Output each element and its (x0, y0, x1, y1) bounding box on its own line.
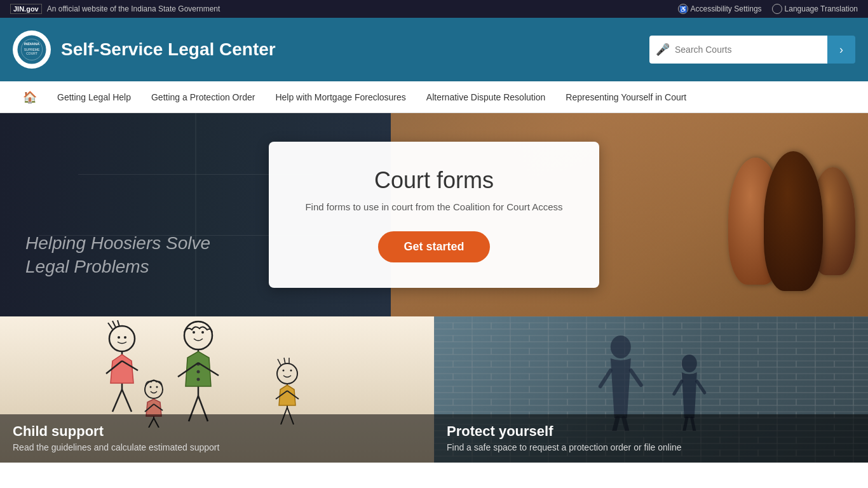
search-input[interactable] (675, 44, 821, 55)
hero-card: Court forms Find forms to use in court f… (269, 142, 599, 288)
hero-card-title: Court forms (301, 167, 567, 194)
top-bar-left: JIN.gov An official website of the India… (10, 4, 220, 14)
svg-point-9 (118, 336, 120, 339)
microphone-icon[interactable]: 🎤 (656, 43, 670, 57)
accessibility-icon: ♿ (678, 4, 688, 14)
child-support-title: Child support (13, 423, 421, 440)
svg-point-10 (124, 336, 126, 339)
language-translation-link[interactable]: Language Translation (772, 4, 858, 14)
protect-yourself-card[interactable]: Protect yourself Find a safe space to re… (434, 316, 868, 463)
svg-line-51 (600, 370, 611, 386)
language-label: Language Translation (785, 4, 858, 13)
official-text: An official website of the Indiana State… (47, 4, 220, 13)
main-nav: 🏠 Getting Legal Help Getting a Protectio… (0, 81, 868, 113)
svg-line-31 (284, 358, 285, 364)
stick-figures-area (0, 316, 434, 431)
nav-mortgage-foreclosures[interactable]: Help with Mortgage Foreclosures (265, 81, 416, 113)
svg-point-18 (201, 331, 204, 334)
accessibility-label: Accessibility Settings (691, 4, 762, 13)
logo-svg: INDIANA SUPREME COURT (16, 34, 48, 65)
nav-protection-order[interactable]: Getting a Protection Order (141, 81, 265, 113)
svg-point-38 (145, 381, 163, 398)
home-icon: 🏠 (23, 90, 37, 104)
svg-point-29 (290, 370, 292, 372)
protect-yourself-overlay: Protect yourself Find a safe space to re… (434, 414, 868, 463)
svg-point-22 (196, 378, 200, 381)
svg-line-52 (631, 370, 641, 385)
search-icon: › (839, 43, 843, 57)
nav-dispute-resolution[interactable]: Alternative Dispute Resolution (416, 81, 556, 113)
child-support-desc: Read the guidelines and calculate estima… (13, 442, 421, 452)
svg-line-56 (674, 381, 682, 394)
svg-text:INDIANA: INDIANA (24, 42, 40, 46)
search-button[interactable]: › (827, 36, 855, 64)
hero-tagline: Helping Hoosiers Solve Legal Problems (25, 232, 210, 278)
stick-figures-svg (58, 320, 376, 428)
svg-text:COURT: COURT (26, 51, 37, 55)
svg-point-5 (109, 326, 135, 351)
svg-point-55 (682, 355, 697, 372)
svg-point-16 (184, 322, 212, 349)
hero-card-subtitle: Find forms to use in court from the Coal… (301, 201, 567, 212)
feature-cards: Child support Read the guidelines and ca… (0, 316, 868, 463)
search-container: 🎤 › (649, 36, 855, 64)
svg-point-40 (156, 386, 158, 388)
svg-line-57 (697, 381, 705, 393)
svg-line-6 (108, 323, 112, 329)
svg-line-15 (122, 390, 132, 412)
svg-line-14 (112, 390, 122, 412)
svg-text:SUPREME: SUPREME (24, 48, 40, 51)
svg-point-21 (196, 370, 200, 374)
nav-getting-legal-help[interactable]: Getting Legal Help (47, 81, 141, 113)
jin-gov-logo: JIN.gov (10, 4, 42, 14)
svg-line-30 (278, 359, 281, 365)
svg-point-39 (149, 386, 151, 388)
nav-representing-yourself[interactable]: Representing Yourself in Court (555, 81, 696, 113)
nav-home[interactable]: 🏠 (13, 81, 47, 113)
protect-yourself-desc: Find a safe space to request a protectio… (447, 442, 855, 452)
svg-point-17 (193, 331, 195, 334)
svg-line-7 (112, 321, 116, 327)
top-bar: JIN.gov An official website of the India… (0, 0, 868, 18)
protect-yourself-title: Protect yourself (447, 423, 855, 440)
site-logo: INDIANA SUPREME COURT (13, 30, 51, 69)
accessibility-settings-link[interactable]: ♿ Accessibility Settings (678, 4, 762, 14)
globe-icon (772, 4, 782, 14)
child-support-overlay: Child support Read the guidelines and ca… (0, 414, 434, 463)
get-started-button[interactable]: Get started (378, 231, 489, 262)
top-bar-right: ♿ Accessibility Settings Language Transl… (678, 4, 858, 14)
header: INDIANA SUPREME COURT Self-Service Legal… (0, 18, 868, 81)
svg-point-50 (611, 336, 631, 358)
site-title: Self-Service Legal Center (61, 39, 639, 60)
svg-point-27 (277, 363, 297, 384)
svg-point-28 (282, 370, 284, 372)
hero-section: Helping Hoosiers Solve Legal Problems Co… (0, 113, 868, 316)
search-box: 🎤 (649, 36, 827, 64)
child-support-card[interactable]: Child support Read the guidelines and ca… (0, 316, 434, 463)
